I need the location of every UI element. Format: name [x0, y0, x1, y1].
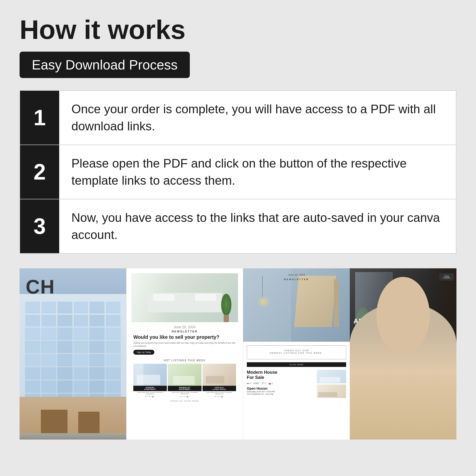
thumb-img-3	[203, 364, 236, 386]
thumb-desc-2: Lorem ipsum dolor sit amet, consectetur …	[168, 391, 201, 395]
plant-leaves	[221, 294, 231, 316]
card2-follow-text: Follow our social media	[133, 400, 236, 402]
spec-parking: 🚗 1	[268, 382, 273, 385]
card3-check-out-box: CHECK OUT OURNEWEST LISTINGS FOR THIS WE…	[247, 345, 346, 359]
bed-shape	[147, 293, 222, 312]
thumb-img-2	[168, 364, 201, 386]
card2-signup-btn[interactable]: Sign Up Today	[133, 350, 154, 355]
page-wrapper: How it works Easy Download Process 1 Onc…	[0, 0, 476, 476]
thumb-img-1	[133, 364, 167, 386]
card3-listing-info: Modern HouseFor Sale 🛏 3 $ $50 🚿 2 🚗 1 O…	[247, 370, 315, 398]
thumb-label-3: UPSCALELIVING SPACE	[203, 386, 236, 391]
step-row-1: 1 Once your order is complete, you will …	[19, 90, 457, 145]
card4-enroll-box: Enroll complete	[439, 273, 454, 281]
card3-open-house: Open House:	[247, 387, 315, 391]
card2-date: June 20, 2024	[133, 325, 236, 329]
step-number-2: 2	[20, 145, 59, 199]
card4-enroll-text: Enroll complete	[441, 275, 453, 279]
card2-header-img	[131, 273, 238, 322]
card3-open-house-detail: Everyday 9:00 AM - 6:00 PM123 Anywhere S…	[247, 391, 315, 395]
preview-card-3: June 20, 2024 NEWSLETTER CHECK OUT OURNE…	[243, 268, 350, 440]
card3-click-here-btn[interactable]: CLICK HERE	[247, 362, 346, 367]
pillow-right	[195, 294, 216, 301]
step-text-2: Please open the PDF and click on the but…	[59, 145, 456, 199]
card4-bottom: TOP LISTING THIS MONT MODERNAPARTMENT Lo…	[350, 347, 457, 410]
steps-container: 1 Once your order is complete, you will …	[19, 90, 457, 254]
thumb-label-2: MINIMALISTAPARTMENT	[168, 386, 201, 391]
card3-listing-title: Modern HouseFor Sale	[247, 370, 315, 380]
thumb-label-1: MODERNAPARTMENT	[133, 386, 167, 391]
card3-listing: Modern HouseFor Sale 🛏 3 $ $50 🚿 2 🚗 1 O…	[247, 370, 346, 398]
step-text-3: Now, you have access to the links that a…	[59, 199, 456, 253]
preview-card-2: June 20, 2024 NEWSLETTER Would you like …	[126, 268, 243, 440]
agent-body	[354, 387, 373, 406]
card3-listing-imgs	[317, 370, 346, 398]
card2-hot-listings-title: HOT LISTINGS THIS WEEK	[133, 359, 236, 362]
card3-content: CHECK OUT OURNEWEST LISTINGS FOR THIS WE…	[243, 342, 350, 402]
card2-listing-thumbs: MODERNAPARTMENT Lorem ipsum dolor sit am…	[133, 364, 236, 398]
previews-row: CH	[19, 268, 457, 440]
listing-thumb-3: UPSCALELIVING SPACE Lorem ipsum dolor si…	[203, 364, 236, 398]
card2-newsletter-label: NEWSLETTER	[133, 330, 236, 333]
spec-beds: 🛏 3	[247, 382, 251, 385]
card1-label: CH	[26, 276, 55, 298]
step-row-2: 2 Please open the PDF and click on the b…	[19, 145, 457, 199]
thumb-desc-3: Lorem ipsum dolor sit amet, consectetur …	[203, 391, 236, 395]
card3-header: June 20, 2024 NEWSLETTER	[243, 268, 350, 342]
step-number-1: 1	[20, 91, 59, 145]
card3-newsletter-label: NEWSLETTER	[243, 278, 350, 281]
card3-listing-specs: 🛏 3 $ $50 🚿 2 🚗 1	[247, 382, 315, 385]
card3-check-out-title: CHECK OUT OURNEWEST LISTINGS FOR THIS WE…	[251, 349, 342, 354]
card2-headline: Would you like to sell your property?	[133, 334, 236, 340]
page-title: How it works	[19, 15, 457, 44]
card3-date: June 20, 2024	[243, 273, 350, 276]
pillow-left	[153, 294, 174, 301]
listing-img-sm-2	[317, 385, 346, 398]
card2-content: June 20, 2024 NEWSLETTER Would you like …	[131, 322, 238, 405]
subtitle-badge: Easy Download Process	[19, 51, 190, 78]
listing-thumb-2: MINIMALISTAPARTMENT Lorem ipsum dolor si…	[168, 364, 201, 398]
step-text-1: Once your order is complete, you will ha…	[59, 91, 456, 145]
agent-row: Maria Joris Real Estate Inc. 600 Colonia…	[354, 387, 453, 406]
preview-card-1: CH	[19, 268, 126, 440]
step-row-3: 3 Now, you have access to the links that…	[19, 199, 457, 254]
spec-baths: 🚿 2	[261, 382, 266, 385]
listing-img-sm-1	[317, 370, 346, 383]
agent-avatar	[354, 387, 373, 406]
spec-price: $ $50	[254, 382, 259, 385]
bedroom-interior	[131, 273, 238, 322]
listing-thumb-1: MODERNAPARTMENT Lorem ipsum dolor sit am…	[133, 364, 167, 398]
card2-inner: June 20, 2024 NEWSLETTER Would you like …	[131, 273, 238, 435]
plant-shape	[220, 293, 233, 322]
preview-card-4: ARE YOU INTERESTED IN SELLING YOUR PROPE…	[350, 268, 457, 440]
thumb-desc-1: Lorem ipsum dolor sit amet, consectetur …	[133, 391, 167, 395]
step-number-3: 3	[20, 199, 59, 253]
plant-pot	[224, 315, 229, 322]
card2-body: Selling your property has never been eas…	[133, 341, 236, 348]
